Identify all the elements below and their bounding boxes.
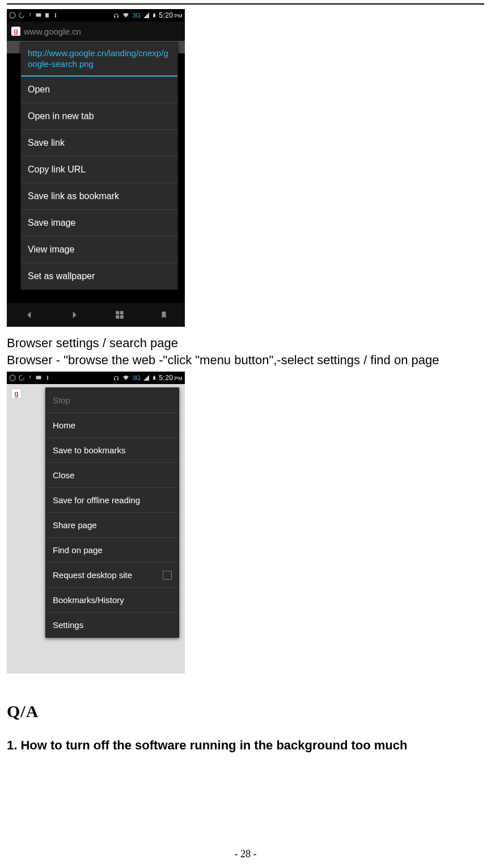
network-label: 3G bbox=[132, 12, 141, 19]
qa-heading: Q/A bbox=[7, 702, 484, 721]
screenshot-browser-menu: 3G 5:20PM g Stop Home Save to bookmarks … bbox=[7, 372, 185, 673]
status-bar-2: 3G 5:20PM bbox=[7, 372, 185, 384]
qa-question-1: 1. How to turn off the software running … bbox=[7, 738, 484, 753]
tabs-icon[interactable] bbox=[114, 310, 125, 320]
menu-item-request-desktop[interactable]: Request desktop site bbox=[46, 563, 179, 588]
svg-rect-2 bbox=[45, 13, 49, 18]
signal-icon bbox=[143, 374, 150, 381]
url-text: www.google.cn bbox=[24, 27, 81, 36]
doc-paragraph-2: Browser - "browse the web -"click "menu … bbox=[7, 352, 484, 369]
svg-rect-11 bbox=[153, 377, 155, 380]
context-menu-header: http://www.google.cn/landing/cnexp/googl… bbox=[21, 43, 177, 77]
menu-item-save-image[interactable]: Save image bbox=[21, 210, 177, 237]
bbm-icon bbox=[35, 374, 42, 381]
headphone-icon bbox=[113, 12, 120, 19]
svg-rect-12 bbox=[154, 376, 155, 377]
browser-toolbar bbox=[7, 303, 185, 327]
menu-item-close[interactable]: Close bbox=[46, 463, 179, 488]
wifi-icon bbox=[122, 374, 130, 381]
sync-icon bbox=[18, 374, 25, 381]
menu-item-save-bookmark[interactable]: Save link as bookmark bbox=[21, 183, 177, 210]
google-icon bbox=[9, 374, 16, 381]
svg-rect-4 bbox=[154, 13, 155, 14]
svg-rect-6 bbox=[120, 311, 123, 314]
back-icon[interactable] bbox=[24, 310, 35, 320]
usb-icon bbox=[27, 374, 33, 381]
usb-icon bbox=[27, 12, 33, 19]
battery-icon bbox=[152, 374, 156, 381]
link-context-menu: http://www.google.cn/landing/cnexp/googl… bbox=[20, 42, 178, 290]
status-icons-left-2 bbox=[9, 374, 50, 381]
sync-icon bbox=[18, 12, 25, 19]
page-number: - 28 - bbox=[0, 848, 491, 860]
menu-item-save-link[interactable]: Save link bbox=[21, 130, 177, 157]
favicon-icon: g bbox=[11, 27, 20, 36]
status-bar: 3G 5:20PM bbox=[7, 9, 185, 22]
status-time-2: 5:20PM bbox=[159, 374, 183, 382]
menu-item-share-page[interactable]: Share page bbox=[46, 513, 179, 538]
checkbox-icon[interactable] bbox=[163, 571, 172, 580]
svg-rect-5 bbox=[116, 311, 119, 314]
bbm-icon bbox=[35, 12, 42, 19]
doc-paragraph-1: Browser settings / search page bbox=[7, 335, 484, 352]
network-label-2: 3G bbox=[132, 374, 141, 381]
signal-icon bbox=[143, 12, 150, 19]
menu-item-label: Request desktop site bbox=[53, 570, 132, 580]
menu-item-copy-link[interactable]: Copy link URL bbox=[21, 157, 177, 183]
menu-item-set-wallpaper[interactable]: Set as wallpaper bbox=[21, 263, 177, 289]
menu-item-open-new-tab[interactable]: Open in new tab bbox=[21, 103, 177, 130]
menu-item-save-offline[interactable]: Save for offline reading bbox=[46, 488, 179, 513]
menu-item-bookmarks-history[interactable]: Bookmarks/History bbox=[46, 588, 179, 613]
page-content: 3G 5:20PM g www.google.cn http://www.goo… bbox=[0, 5, 491, 753]
headphone-icon bbox=[113, 374, 120, 381]
browser-url-bar[interactable]: g www.google.cn bbox=[7, 22, 185, 41]
status-icons-right-2: 3G 5:20PM bbox=[113, 374, 183, 382]
svg-rect-3 bbox=[153, 14, 155, 17]
wifi-icon bbox=[122, 12, 130, 19]
menu-item-view-image[interactable]: View image bbox=[21, 237, 177, 263]
status-icons-left bbox=[9, 12, 58, 19]
svg-point-9 bbox=[10, 375, 15, 381]
google-icon bbox=[9, 12, 16, 19]
menu-item-save-to-bookmarks[interactable]: Save to bookmarks bbox=[46, 438, 179, 463]
bluetooth-icon bbox=[52, 12, 58, 19]
bookmark-icon[interactable] bbox=[160, 310, 168, 320]
forward-icon[interactable] bbox=[69, 310, 79, 320]
svg-rect-10 bbox=[36, 376, 41, 380]
favicon-icon-2: g bbox=[11, 389, 22, 399]
status-icons-right: 3G 5:20PM bbox=[113, 11, 183, 19]
menu-item-open[interactable]: Open bbox=[21, 77, 177, 103]
sd-icon bbox=[44, 12, 50, 19]
status-time: 5:20PM bbox=[159, 11, 183, 19]
menu-item-find-on-page[interactable]: Find on page bbox=[46, 538, 179, 563]
svg-point-0 bbox=[10, 12, 15, 18]
menu-item-home[interactable]: Home bbox=[46, 413, 179, 438]
battery-icon bbox=[152, 12, 156, 19]
bluetooth-icon bbox=[44, 374, 50, 381]
svg-rect-7 bbox=[116, 315, 119, 319]
svg-rect-8 bbox=[120, 315, 123, 319]
svg-rect-1 bbox=[36, 14, 41, 17]
browser-overflow-menu: Stop Home Save to bookmarks Close Save f… bbox=[45, 387, 179, 638]
screenshot-context-menu: 3G 5:20PM g www.google.cn http://www.goo… bbox=[7, 9, 185, 327]
menu-item-settings[interactable]: Settings bbox=[46, 613, 179, 637]
browser-body: g Stop Home Save to bookmarks Close Save… bbox=[7, 384, 185, 673]
menu-item-stop: Stop bbox=[46, 388, 179, 413]
